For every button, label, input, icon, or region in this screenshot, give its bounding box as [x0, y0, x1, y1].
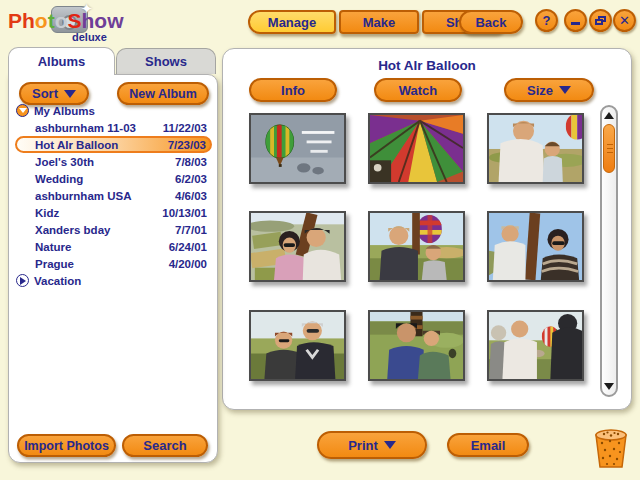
photo-thumbnail[interactable] — [487, 113, 584, 184]
albums-sidebar: Sort New Album My Albums ashburnham 11-0… — [8, 74, 218, 463]
album-title: Hot AIr Balloon — [223, 58, 631, 73]
photoshow-window: ✦ PhotoShow deluxe Manage Make Share Bac… — [0, 0, 640, 480]
expand-icon[interactable] — [16, 274, 29, 287]
dropdown-triangle-icon — [64, 90, 76, 98]
watch-button[interactable]: Watch — [374, 78, 462, 102]
album-content-panel: Hot AIr Balloon Info Watch Size — [222, 48, 632, 410]
album-row[interactable]: ashburnham USA 4/6/03 — [15, 187, 212, 204]
album-row[interactable]: Wedding 6/2/03 — [15, 170, 212, 187]
album-row[interactable]: Prague 4/20/00 — [15, 255, 212, 272]
photo-thumbnail[interactable] — [249, 310, 346, 381]
minimize-button[interactable] — [564, 9, 587, 32]
search-button[interactable]: Search — [122, 434, 208, 457]
photo-thumbnail[interactable] — [487, 310, 584, 381]
gallery-scrollbar[interactable] — [600, 105, 618, 397]
restore-icon — [595, 16, 606, 25]
scroll-up-icon[interactable] — [604, 112, 614, 119]
photo-thumbnail[interactable] — [249, 211, 346, 282]
photo-thumbnail[interactable] — [368, 310, 465, 381]
close-button[interactable]: ✕ — [613, 9, 636, 32]
import-photos-button[interactable]: Import Photos — [17, 434, 116, 457]
album-group-vacation[interactable]: Vacation — [15, 272, 212, 289]
album-group-my-albums[interactable]: My Albums — [15, 102, 212, 119]
dropdown-triangle-icon — [384, 441, 396, 449]
restore-button[interactable] — [589, 9, 612, 32]
photo-thumbnail[interactable] — [487, 211, 584, 282]
album-row[interactable]: Xanders bday 7/7/01 — [15, 221, 212, 238]
tab-albums[interactable]: Albums — [8, 47, 115, 75]
email-button[interactable]: Email — [447, 433, 529, 457]
tab-shows[interactable]: Shows — [116, 48, 216, 74]
print-button[interactable]: Print — [317, 431, 427, 459]
trash-icon[interactable] — [592, 427, 630, 469]
photo-thumbnail[interactable] — [368, 211, 465, 282]
logo-wordmark: PhotoShow — [8, 9, 124, 33]
album-row[interactable]: Nature 6/24/01 — [15, 238, 212, 255]
minimize-icon — [571, 22, 580, 25]
album-row-selected[interactable]: Hot AIr Balloon 7/23/03 — [15, 136, 212, 153]
logo-deluxe-label: deluxe — [72, 31, 107, 43]
scrollbar-grip — [607, 144, 613, 155]
help-button[interactable]: ? — [535, 9, 558, 32]
dropdown-triangle-icon — [559, 86, 571, 94]
photo-thumbnail[interactable] — [249, 113, 346, 184]
scrollbar-thumb[interactable] — [603, 124, 615, 173]
app-logo: ✦ PhotoShow deluxe — [8, 5, 138, 47]
album-row[interactable]: ashburnham 11-03 11/22/03 — [15, 119, 212, 136]
close-icon: ✕ — [619, 13, 630, 28]
album-row[interactable]: Joel's 30th 7/8/03 — [15, 153, 212, 170]
scroll-down-icon[interactable] — [604, 383, 614, 390]
back-button[interactable]: Back — [459, 10, 523, 34]
album-list: My Albums ashburnham 11-03 11/22/03 Hot … — [15, 102, 212, 289]
size-button[interactable]: Size — [504, 78, 594, 102]
make-tab[interactable]: Make — [339, 10, 419, 34]
collapse-icon[interactable] — [16, 104, 29, 117]
manage-tab[interactable]: Manage — [248, 10, 336, 34]
info-button[interactable]: Info — [249, 78, 337, 102]
photo-thumbnail[interactable] — [368, 113, 465, 184]
album-row[interactable]: Kidz 10/13/01 — [15, 204, 212, 221]
